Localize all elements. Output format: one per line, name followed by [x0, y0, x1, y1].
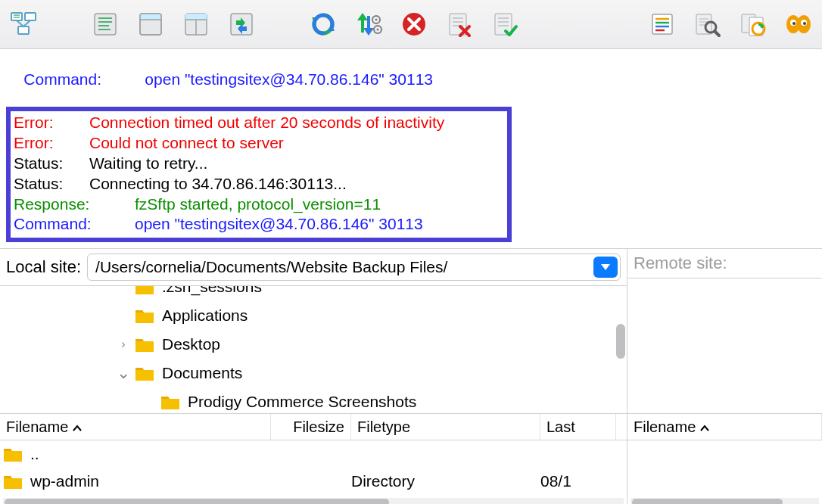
column-header[interactable]: Filename [627, 414, 822, 440]
column-header[interactable]: Filesize [271, 414, 351, 440]
tree-item-label: Documents [162, 364, 242, 382]
log-line: Status:Connecting to 34.70.86.146:30113.… [14, 174, 504, 194]
svg-line-4 [23, 20, 30, 26]
folder-icon [135, 307, 154, 324]
svg-rect-1 [25, 13, 36, 20]
sort-asc-icon [700, 418, 709, 436]
toolbar [0, 0, 822, 49]
message-log: Command:open "testingsitex@34.70.86.146"… [0, 49, 822, 248]
sort-asc-icon [73, 418, 82, 436]
local-file-list[interactable]: ..wp-adminDirectory08/1 [0, 440, 627, 504]
folder-icon [135, 286, 154, 295]
toggle-log-icon[interactable] [89, 8, 121, 40]
log-highlight: Error:Connection timed out after 20 seco… [6, 107, 512, 242]
remote-pane: Remote site: Filename [627, 249, 822, 504]
toggle-local-tree-icon[interactable] [135, 8, 167, 40]
svg-point-60 [803, 22, 806, 25]
chevron-right-icon[interactable]: › [117, 338, 130, 351]
toggle-remote-tree-icon[interactable] [180, 8, 212, 40]
toggle-queue-icon[interactable] [226, 8, 257, 40]
tree-item[interactable]: .zsh_sessions [0, 286, 627, 301]
table-row[interactable]: .. [0, 440, 627, 468]
folder-icon [3, 446, 23, 462]
tree-item[interactable]: ⌄Documents [0, 359, 627, 387]
local-path-combo[interactable] [87, 254, 621, 281]
dropdown-toggle-icon[interactable] [593, 257, 618, 278]
local-tree[interactable]: .zsh_sessionsApplications›Desktop⌄Docume… [0, 286, 627, 414]
remote-site-label: Remote site: [634, 254, 727, 273]
svg-marker-61 [601, 264, 610, 270]
site-manager-icon[interactable] [8, 8, 39, 40]
sync-browse-icon[interactable] [783, 8, 814, 40]
svg-line-3 [17, 20, 23, 26]
h-scrollbar[interactable] [3, 498, 624, 504]
tree-item-label: Applications [162, 306, 248, 325]
folder-icon [135, 365, 154, 381]
local-site-bar: Local site: [0, 249, 627, 286]
scrollbar-thumb[interactable] [616, 324, 625, 359]
disconnect-icon[interactable] [444, 8, 475, 40]
svg-rect-36 [495, 14, 512, 35]
remote-site-bar: Remote site: [627, 249, 822, 278]
column-header[interactable]: Filetype [351, 414, 540, 440]
local-path-input[interactable] [88, 258, 593, 276]
tree-item-label: .zsh_sessions [162, 286, 262, 296]
svg-rect-2 [18, 26, 29, 34]
remote-file-list[interactable] [627, 440, 822, 504]
tree-item-label: Prodigy Commerce Screenshots [188, 393, 416, 411]
log-line-prev: Command:open "testingsitex@34.70.86.146"… [6, 52, 816, 107]
svg-rect-7 [95, 14, 116, 35]
svg-point-24 [375, 19, 378, 21]
cancel-icon[interactable] [398, 8, 430, 40]
log-line: Error:Connection timed out after 20 seco… [14, 113, 504, 133]
folder-icon [3, 473, 23, 490]
compare-icon[interactable] [737, 8, 769, 40]
local-list-header: FilenameFilesizeFiletypeLast [0, 414, 627, 440]
svg-rect-17 [185, 14, 207, 20]
svg-rect-13 [140, 14, 161, 20]
log-line: Response:fzSftp started, protocol_versio… [14, 194, 504, 215]
file-type: Directory [351, 472, 540, 490]
folder-icon [160, 394, 180, 410]
tree-item[interactable]: Prodigy Commerce Screenshots [0, 387, 627, 414]
svg-rect-0 [11, 13, 22, 20]
table-row[interactable]: wp-adminDirectory08/1 [0, 468, 627, 495]
log-line: Error:Could not connect to server [14, 133, 504, 154]
h-scrollbar[interactable] [631, 498, 819, 504]
column-header[interactable]: Last [540, 414, 616, 440]
file-date: 08/1 [540, 472, 616, 490]
svg-point-59 [792, 22, 796, 25]
tree-item[interactable]: ›Desktop [0, 330, 627, 359]
svg-rect-45 [696, 14, 711, 34]
folder-icon [135, 336, 154, 353]
chevron-down-icon[interactable]: ⌄ [117, 369, 130, 377]
log-line: Status:Waiting to retry... [14, 154, 504, 174]
local-pane: Local site: .zsh_sessionsApplications›De… [0, 249, 627, 504]
file-name: wp-admin [30, 472, 99, 490]
filter-icon[interactable] [646, 8, 678, 40]
local-site-label: Local site: [6, 257, 81, 277]
svg-line-50 [715, 31, 719, 36]
column-header[interactable]: Filename [0, 414, 271, 440]
log-line: Command:open "testingsitex@34.70.86.146"… [14, 214, 504, 235]
remote-list-header: Filename [627, 414, 822, 440]
file-name: .. [30, 445, 39, 463]
reconnect-icon[interactable] [489, 8, 521, 40]
tree-item-label: Desktop [162, 335, 220, 353]
process-queue-icon[interactable] [353, 8, 385, 40]
svg-point-26 [377, 29, 379, 31]
search-icon[interactable] [692, 8, 724, 40]
remote-tree[interactable] [627, 278, 822, 414]
tree-item[interactable]: Applications [0, 301, 627, 330]
refresh-icon[interactable] [307, 8, 339, 40]
